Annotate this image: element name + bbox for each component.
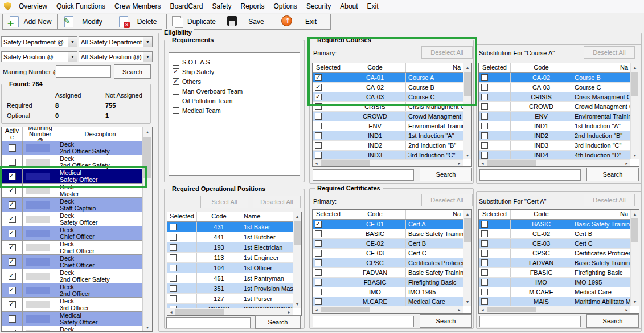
menu-item-overview[interactable]: Overview — [14, 0, 52, 13]
checkbox[interactable] — [315, 250, 322, 257]
table-row[interactable]: ENVEnviromental Training — [313, 121, 463, 131]
scroll-up-icon[interactable]: ▴ — [293, 212, 301, 220]
checkbox[interactable] — [481, 298, 488, 305]
courses-substitution-search-input[interactable] — [479, 169, 581, 181]
table-row[interactable]: CRISISCrisis Managment Certific — [479, 92, 630, 102]
crew-row[interactable]: Deck — [2, 326, 142, 331]
courses-substitution-search-button[interactable]: Search — [586, 168, 639, 181]
checkbox[interactable] — [315, 259, 322, 266]
requirement-oil-pollution-team[interactable]: Oil Pollution Team — [169, 96, 300, 105]
crew-row[interactable]: Deck2nd Officer Safety — [2, 155, 142, 169]
horizontal-scrollbar[interactable]: ◂▸ — [479, 159, 630, 166]
menu-item-security[interactable]: Security — [302, 0, 335, 13]
certificates-substitution-search-button[interactable]: Search — [586, 314, 639, 328]
scrollbar-thumb[interactable] — [321, 307, 370, 312]
crew-row[interactable]: DeckMaster — [2, 184, 142, 198]
checkbox[interactable] — [315, 152, 322, 159]
menu-item-exit[interactable]: Exit — [363, 0, 383, 13]
scroll-right-icon[interactable]: ▸ — [456, 306, 463, 313]
checkbox[interactable] — [9, 258, 16, 266]
checkbox[interactable] — [170, 265, 177, 271]
scrollbar-thumb[interactable] — [294, 221, 301, 245]
menu-item-about[interactable]: About — [335, 0, 362, 13]
checkbox[interactable] — [315, 298, 322, 305]
checkbox[interactable] — [481, 123, 488, 129]
scrollbar-thumb[interactable] — [321, 160, 370, 166]
menu-item-options[interactable]: Options — [269, 0, 302, 13]
checkbox[interactable] — [9, 173, 16, 180]
table-row[interactable]: 4311st Baker — [167, 222, 293, 232]
table-row[interactable]: IND33rd Induction "C" — [313, 151, 463, 159]
courses-search-input[interactable] — [313, 169, 414, 181]
checkbox[interactable] — [315, 113, 322, 120]
table-row[interactable]: CE-01Cert A — [313, 220, 463, 229]
toolbar-exit-button[interactable]: Exit — [276, 14, 331, 30]
checkbox[interactable] — [481, 250, 488, 257]
table-row[interactable]: CA-03Course C — [313, 92, 463, 102]
table-row[interactable]: 1041st Officer — [167, 263, 293, 273]
table-row[interactable]: CA-01Course A — [313, 73, 463, 83]
scroll-left-icon[interactable]: ◂ — [479, 306, 486, 313]
table-row[interactable]: FADVANBasic Safety Training — [313, 268, 463, 278]
table-row[interactable]: 1271st Purser — [167, 294, 293, 304]
operational-search-input[interactable] — [166, 317, 251, 328]
crew-row[interactable]: MedicalSafety Officer — [2, 312, 142, 326]
table-row[interactable]: BASICBasic Safety Training — [313, 229, 463, 239]
table-row[interactable]: FADVANBasic Safety Training — [479, 258, 630, 268]
table-row[interactable]: CE-02Cert B — [313, 239, 463, 249]
table-row[interactable]: IND22nd Induction "B" — [313, 141, 463, 151]
scroll-down-icon[interactable]: ▾ — [463, 151, 471, 159]
checkbox[interactable] — [170, 234, 177, 241]
toolbar-duplicate-button[interactable]: Duplicate — [166, 14, 221, 30]
table-row[interactable]: 4511st Pantryman — [167, 273, 293, 283]
checkbox[interactable] — [315, 279, 322, 286]
certificates-substitution-search-input[interactable] — [479, 316, 581, 327]
vertical-scrollbar[interactable]: ▴ ▾ — [142, 127, 152, 331]
table-row[interactable]: FBASICFirefighting Basic — [313, 278, 463, 287]
horizontal-scrollbar[interactable]: ◂▸ — [313, 159, 463, 166]
checkbox[interactable] — [9, 273, 16, 280]
table-row[interactable]: CE-03Cert C — [479, 239, 630, 249]
scroll-left-icon[interactable]: ◂ — [313, 306, 320, 313]
checkbox[interactable] — [315, 94, 322, 100]
checkbox[interactable] — [481, 142, 488, 149]
crew-row[interactable]: DeckStaff Captain — [2, 198, 142, 212]
checkbox[interactable] — [481, 132, 488, 139]
menu-item-crew-members[interactable]: Crew Members — [110, 0, 165, 13]
courses-search-button[interactable]: Search — [420, 168, 472, 181]
scroll-up-icon[interactable]: ▴ — [631, 210, 639, 218]
crew-row[interactable]: MedicalSafety Officer — [2, 169, 142, 184]
checkbox[interactable] — [170, 275, 177, 282]
manning-number-input[interactable] — [56, 65, 111, 78]
scroll-up-icon[interactable]: ▴ — [463, 210, 471, 218]
chevron-down-icon[interactable]: ▼ — [68, 37, 77, 47]
crew-row[interactable]: DeckChief Officer — [2, 241, 142, 255]
table-row[interactable]: BASICBasic Safety Training — [479, 220, 630, 229]
scroll-down-icon[interactable]: ▾ — [631, 298, 639, 306]
checkbox[interactable] — [9, 301, 16, 308]
checkbox[interactable] — [170, 224, 177, 230]
checkbox[interactable] — [170, 285, 177, 292]
table-row[interactable]: IND44th Induction "D" — [479, 151, 630, 159]
checkbox[interactable] — [481, 230, 488, 237]
scroll-left-icon[interactable]: ◂ — [167, 308, 175, 315]
requirement-man-overboard-team[interactable]: Man Overboard Team — [169, 86, 300, 96]
crew-row[interactable]: Deck3rd Officer — [2, 298, 142, 312]
checkbox[interactable] — [170, 295, 177, 302]
vertical-scrollbar[interactable]: ▴▾ — [630, 210, 639, 306]
scroll-down-icon[interactable]: ▾ — [463, 298, 471, 306]
checkbox[interactable] — [315, 103, 322, 110]
table-row[interactable]: CE-02Cert B — [479, 229, 630, 239]
checkbox[interactable] — [173, 88, 179, 95]
table-row[interactable]: IMOIMO 1995 — [479, 278, 630, 287]
chevron-down-icon[interactable]: ▼ — [68, 52, 77, 62]
checkbox[interactable] — [315, 132, 322, 139]
checkbox[interactable] — [481, 240, 488, 247]
table-row[interactable]: CROWDCrowd Managment Certific — [313, 112, 463, 121]
horizontal-scrollbar[interactable]: ◂▸ — [479, 306, 630, 313]
table-row[interactable]: 1131st Engineer — [167, 253, 293, 263]
crew-row[interactable]: DeckChief Officer — [2, 255, 142, 269]
crew-row[interactable]: Deck2nd Officer — [2, 283, 142, 298]
menu-item-boardcard[interactable]: BoardCard — [165, 0, 207, 13]
checkbox[interactable] — [315, 123, 322, 129]
